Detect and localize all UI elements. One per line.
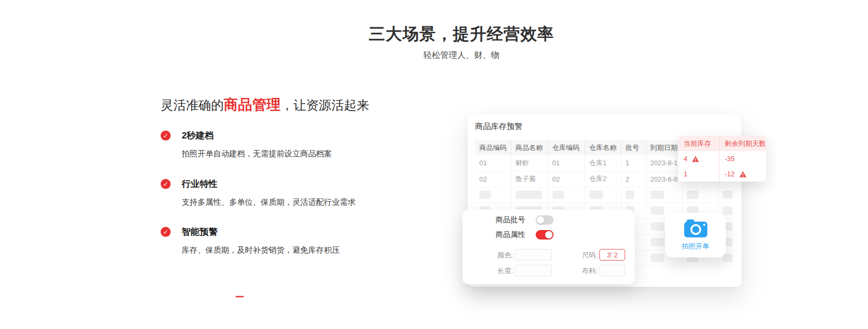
field-row: 长度: 布料:: [462, 265, 635, 276]
skeleton-pill: [723, 191, 733, 199]
field-row: 颜色: 尺码:: [462, 249, 635, 261]
alert-days-value: -12: [725, 170, 735, 178]
table-cell: 02: [475, 171, 511, 187]
check-icon: ✓: [161, 227, 171, 237]
toggle-knob: [545, 231, 553, 238]
skeleton-pill: [516, 191, 542, 199]
feature-title: 2秒建档: [182, 129, 392, 142]
card-title: 商品库存预警: [475, 122, 522, 132]
table-cell: 1: [621, 155, 646, 171]
column-header: 商品编码: [475, 140, 511, 155]
toggle-label: 商品批号: [496, 215, 525, 225]
alert-cell: -35: [719, 151, 766, 166]
table-cell: 2023-6-8: [646, 171, 682, 187]
feature-description: 支持多属性、多单位、保质期，灵活适配行业需求: [182, 197, 392, 207]
column-header: 到期日期: [646, 140, 682, 155]
feature-heading-suffix: ，让资源活起来: [281, 98, 369, 112]
toggle-knob: [537, 216, 544, 224]
fabric-input[interactable]: [599, 265, 625, 276]
skeleton-pill: [650, 254, 664, 262]
skeleton-pill: [687, 191, 698, 199]
color-input[interactable]: [515, 249, 552, 261]
photo-order-label: 拍照开单: [665, 242, 726, 251]
field-label-fabric: 布料:: [582, 266, 598, 276]
product-settings-popover: 商品批号 商品属性 颜色: 尺码: 长度: 布料:: [462, 210, 635, 284]
table-cell: 2: [621, 171, 646, 187]
table-cell: 鱼子酱: [511, 171, 548, 187]
camera-icon: [683, 218, 708, 239]
feature-item-quick-filing: ✓ 2秒建档 拍照开单自动建档，无需提前设立商品档案: [161, 129, 392, 159]
stock-alert-popover: 当前库存 剩余到期天数 4 -35 1 -12: [678, 136, 766, 182]
feature-title: 智能预警: [182, 226, 392, 238]
alert-column-header: 当前库存: [678, 136, 719, 151]
toggle-row-batch: 商品批号: [496, 215, 554, 225]
column-header: 仓库编码: [548, 140, 585, 155]
column-header: 商品名称: [511, 140, 548, 155]
feature-item-industry-traits: ✓ 行业特性 支持多属性、多单位、保质期，灵活适配行业需求: [161, 178, 392, 207]
warning-icon: [739, 171, 746, 177]
batch-number-toggle[interactable]: [536, 215, 554, 225]
feature-title: 行业特性: [182, 178, 392, 190]
attribute-toggle[interactable]: [536, 230, 554, 240]
alert-column-header: 剩余到期天数: [719, 136, 766, 151]
alert-stock-value: 4: [684, 155, 687, 163]
skeleton-pill: [650, 238, 664, 246]
skeleton-pill: [650, 206, 664, 215]
alert-days-value: -35: [725, 155, 735, 163]
alert-cell: 4: [678, 151, 719, 166]
skeleton-pill: [650, 222, 664, 231]
toggle-row-attribute: 商品属性: [496, 230, 554, 240]
table-cell: 鲜虾: [511, 155, 548, 171]
table-cell: 02: [548, 171, 585, 187]
field-label-size: 尺码:: [582, 251, 598, 260]
length-input[interactable]: [515, 265, 552, 276]
column-header: 仓库名称: [585, 140, 621, 155]
table-cell: 01: [475, 155, 511, 171]
skeleton-pill: [650, 191, 664, 199]
feature-description: 拍照开单自动建档，无需提前设立商品档案: [182, 149, 392, 159]
alert-cell: 1: [678, 166, 719, 182]
carousel-indicator[interactable]: [235, 296, 244, 297]
column-header: 批号: [621, 140, 646, 155]
photo-order-button[interactable]: 拍照开单: [665, 213, 726, 257]
alert-cell: -12: [719, 166, 766, 182]
page-subtitle: 轻松管理人、财、物: [423, 50, 499, 61]
feature-heading-highlight: 商品管理: [224, 97, 281, 113]
skeleton-pill: [479, 191, 491, 199]
size-input[interactable]: [599, 249, 625, 261]
table-cell: 仓库2: [585, 171, 621, 187]
feature-heading-prefix: 灵活准确的: [161, 98, 224, 112]
feature-heading: 灵活准确的商品管理，让资源活起来: [161, 95, 369, 114]
field-label-color: 颜色:: [488, 251, 513, 260]
skeleton-pill: [626, 191, 634, 199]
feature-item-smart-alert: ✓ 智能预警 库存、保质期，及时补货销货，避免库存积压: [161, 226, 392, 255]
toggle-label: 商品属性: [496, 230, 525, 240]
check-icon: ✓: [161, 179, 171, 189]
field-label-length: 长度:: [488, 266, 513, 276]
skeleton-pill: [589, 191, 603, 199]
table-cell: 2023-8-1: [646, 155, 682, 171]
skeleton-pill: [723, 254, 733, 262]
table-cell: 仓库1: [585, 155, 621, 171]
feature-description: 库存、保质期，及时补货销货，避免库存积压: [182, 245, 392, 255]
skeleton-pill: [553, 191, 564, 199]
table-cell: 01: [548, 155, 585, 171]
warning-icon: [692, 156, 699, 162]
skeleton-row: [475, 187, 734, 203]
page-title: 三大场景，提升经营效率: [369, 23, 554, 45]
alert-stock-value: 1: [684, 170, 687, 178]
check-icon: ✓: [161, 131, 171, 141]
